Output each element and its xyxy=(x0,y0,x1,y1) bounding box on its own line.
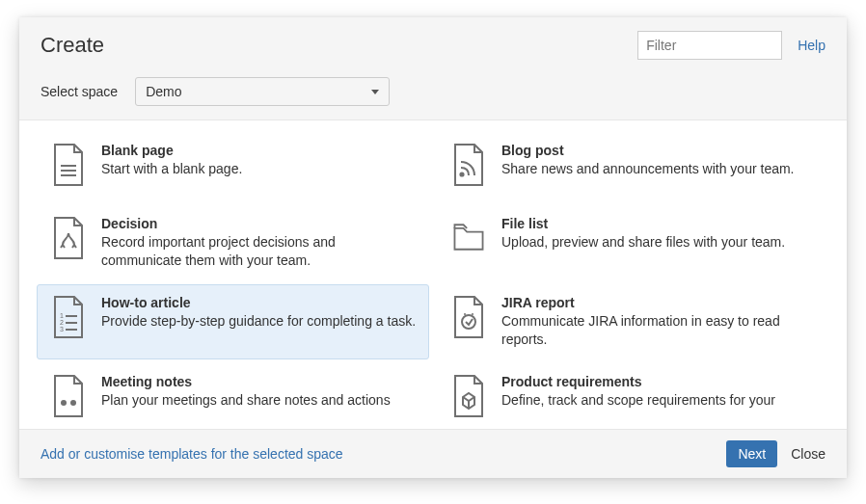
template-tile-blog-post[interactable]: Blog postShare news and announcements wi… xyxy=(437,132,829,201)
dialog-footer: Add or customise templates for the selec… xyxy=(19,429,847,478)
template-description: Record important project decisions and c… xyxy=(101,233,417,270)
svg-point-3 xyxy=(460,172,463,175)
template-tile-how-to-article[interactable]: 123How-to articleProvide step-by-step gu… xyxy=(37,284,429,359)
product-requirements-icon xyxy=(449,374,488,422)
template-description: Provide step-by-step guidance for comple… xyxy=(101,312,417,331)
template-title: How-to article xyxy=(101,295,417,310)
template-tile-blank-page[interactable]: Blank pageStart with a blank page. xyxy=(37,132,429,201)
svg-text:2: 2 xyxy=(60,319,64,326)
select-space-label: Select space xyxy=(41,84,118,99)
help-link[interactable]: Help xyxy=(798,38,825,53)
dialog-title: Create xyxy=(41,33,104,58)
template-description: Define, track and scope requirements for… xyxy=(501,391,817,410)
template-title: File list xyxy=(501,216,817,231)
template-description: Upload, preview and share files with you… xyxy=(501,233,817,252)
template-title: Blank page xyxy=(101,143,417,158)
template-tile-decision[interactable]: DecisionRecord important project decisio… xyxy=(37,205,429,280)
template-description: Share news and announcements with your t… xyxy=(501,160,817,178)
how-to-icon: 123 xyxy=(49,295,88,343)
template-tile-product-requirements[interactable]: Product requirementsDefine, track and sc… xyxy=(437,363,829,429)
file-list-icon xyxy=(449,216,488,264)
svg-point-14 xyxy=(70,400,76,406)
svg-text:3: 3 xyxy=(60,326,64,332)
create-dialog: Create Help Select space Demo Blank page… xyxy=(19,17,847,478)
close-button[interactable]: Close xyxy=(791,446,825,462)
template-title: Blog post xyxy=(501,143,817,158)
template-title: Meeting notes xyxy=(101,374,417,389)
template-description: Plan your meetings and share notes and a… xyxy=(101,391,417,410)
space-dropdown-value: Demo xyxy=(146,84,181,99)
chevron-down-icon xyxy=(371,90,379,94)
template-description: Communicate JIRA information in easy to … xyxy=(501,312,817,349)
meeting-notes-icon xyxy=(49,374,88,422)
jira-report-icon xyxy=(449,295,488,343)
template-title: Decision xyxy=(101,216,417,231)
customise-templates-link[interactable]: Add or customise templates for the selec… xyxy=(41,446,343,462)
svg-text:1: 1 xyxy=(60,312,64,319)
template-tile-meeting-notes[interactable]: Meeting notesPlan your meetings and shar… xyxy=(37,363,429,429)
dialog-header: Create Help Select space Demo xyxy=(19,17,847,120)
template-title: JIRA report xyxy=(501,295,817,310)
blank-page-icon xyxy=(49,143,88,191)
template-tile-jira-report[interactable]: JIRA reportCommunicate JIRA information … xyxy=(437,284,829,359)
decision-icon xyxy=(49,216,88,264)
svg-point-12 xyxy=(472,313,474,315)
svg-point-10 xyxy=(462,315,475,329)
space-dropdown[interactable]: Demo xyxy=(135,77,390,106)
template-title: Product requirements xyxy=(501,374,817,389)
blog-post-icon xyxy=(449,143,488,191)
filter-input[interactable] xyxy=(637,31,782,60)
template-description: Start with a blank page. xyxy=(101,160,417,178)
svg-point-13 xyxy=(61,400,67,406)
template-tile-file-list[interactable]: File listUpload, preview and share files… xyxy=(437,205,829,280)
next-button[interactable]: Next xyxy=(726,440,777,467)
template-list[interactable]: Blank pageStart with a blank page.Blog p… xyxy=(19,120,847,429)
svg-point-11 xyxy=(464,313,466,315)
